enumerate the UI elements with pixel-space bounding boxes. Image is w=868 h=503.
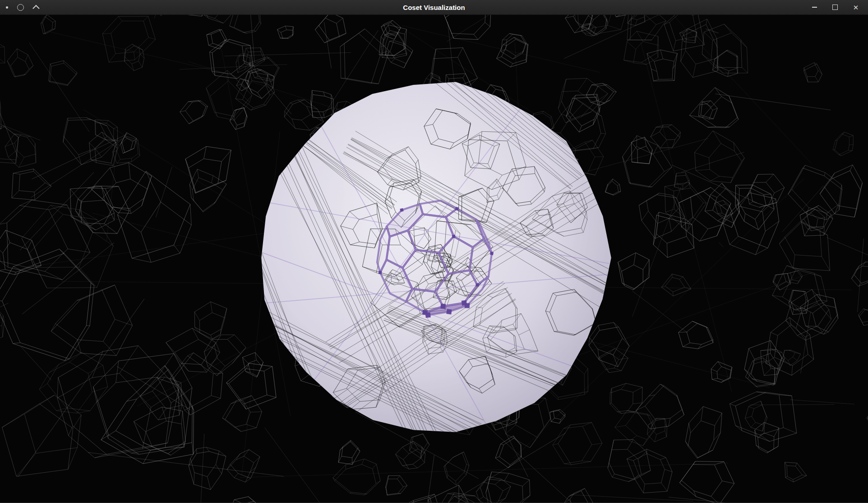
minimize-icon xyxy=(812,7,817,8)
window-title: Coset Visualization xyxy=(0,4,868,11)
close-button[interactable]: ✕ xyxy=(852,3,860,11)
maximize-icon xyxy=(832,5,838,10)
viewport[interactable] xyxy=(0,15,868,503)
window-controls: ✕ xyxy=(810,3,868,11)
minimize-button[interactable] xyxy=(810,3,818,11)
titlebar: Coset Visualization ✕ xyxy=(0,0,868,15)
status-dot-icon xyxy=(6,6,8,9)
chevron-up-icon[interactable] xyxy=(32,5,40,12)
app-window: Coset Visualization ✕ xyxy=(0,0,868,503)
scene-svg xyxy=(0,15,868,503)
maximize-button[interactable] xyxy=(831,3,839,11)
titlebar-left-icons xyxy=(0,4,38,11)
circle-icon[interactable] xyxy=(17,4,24,11)
